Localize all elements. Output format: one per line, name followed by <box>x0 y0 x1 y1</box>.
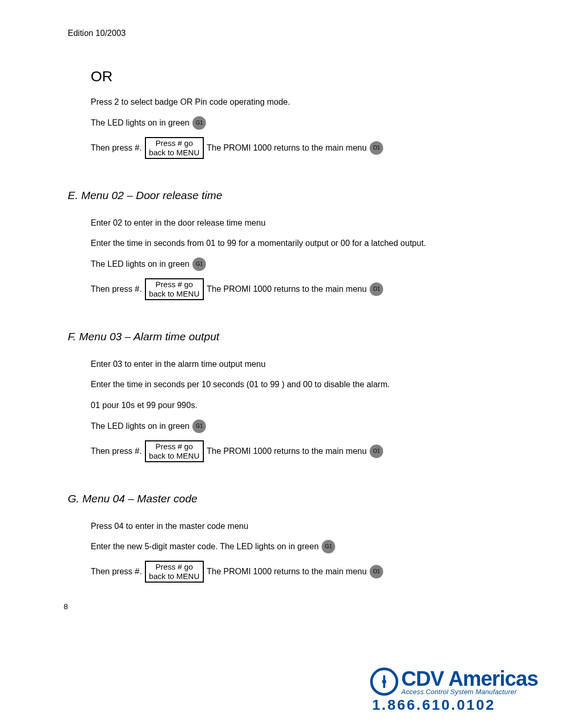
g1-badge-icon: G1 <box>192 419 206 433</box>
f-enter-time-text: Enter the time in seconds per 10 seconds… <box>91 378 390 391</box>
menu-box-line2: back to MENU <box>149 148 200 157</box>
logo-row: CDV Americas Access Control System Manuf… <box>370 668 538 696</box>
f-led-text: The LED lights on in green <box>91 419 189 433</box>
menu-box-line1: Press # go <box>155 442 193 451</box>
or-heading: OR <box>91 68 511 85</box>
g1-badge-icon: G1 <box>322 540 335 553</box>
section-f-title: F. Menu 03 – Alarm time output <box>68 330 511 343</box>
or-led-line: The LED lights on in green G1 <box>91 116 511 130</box>
f-return-text: The PROMI 1000 returns to the main menu <box>207 445 367 458</box>
or-thenpress-line: Then press #. Press # go back to MENU Th… <box>91 137 511 159</box>
f-thenpress-text: Then press #. <box>91 445 142 458</box>
menu-box-line1: Press # go <box>155 280 193 289</box>
section-e-body: Enter 02 to enter in the door release ti… <box>91 216 511 300</box>
svg-rect-2 <box>383 684 385 688</box>
menu-box: Press # go back to MENU <box>145 440 204 462</box>
edition-text: Edition 10/2003 <box>68 29 511 38</box>
logo-subtitle: Access Control System Manufacturer <box>401 688 538 696</box>
menu-box: Press # go back to MENU <box>145 278 204 300</box>
or-section-body: Press 2 to select badge OR Pin code oper… <box>91 95 511 159</box>
e-enter-time-text: Enter the time in seconds from 01 to 99 … <box>91 237 426 250</box>
document-page: Edition 10/2003 OR Press 2 to select bad… <box>0 0 563 583</box>
or-press2-line: Press 2 to select badge OR Pin code oper… <box>91 95 511 109</box>
logo-text-block: CDV Americas Access Control System Manuf… <box>401 668 538 696</box>
o1-badge-icon: O1 <box>370 445 383 458</box>
or-return-text: The PROMI 1000 returns to the main menu <box>207 141 367 155</box>
logo-svg-icon <box>377 674 391 689</box>
logo-name: CDV Americas <box>401 668 538 689</box>
f-pour-text: 01 pour 10s et 99 pour 990s. <box>91 399 198 412</box>
o1-badge-icon: O1 <box>370 565 383 578</box>
e-return-text: The PROMI 1000 returns to the main menu <box>207 282 367 296</box>
section-g-title: G. Menu 04 – Master code <box>68 492 511 505</box>
cdv-logo-icon <box>370 668 398 696</box>
menu-box-line2: back to MENU <box>149 451 200 461</box>
or-press2-text: Press 2 to select badge OR Pin code oper… <box>91 95 290 109</box>
section-e-title: E. Menu 02 – Door release time <box>68 189 511 202</box>
or-led-text: The LED lights on in green <box>91 116 189 130</box>
e-thenpress-text: Then press #. <box>91 282 142 296</box>
e-led-text: The LED lights on in green <box>91 257 189 271</box>
g-return-text: The PROMI 1000 returns to the main menu <box>207 565 367 578</box>
page-number: 8 <box>64 602 68 611</box>
g-press-text: Press 04 to enter in the master code men… <box>91 520 248 533</box>
logo-phone: 1.866.610.0102 <box>372 697 496 713</box>
menu-box-line2: back to MENU <box>149 289 200 299</box>
menu-box-line2: back to MENU <box>149 572 200 581</box>
e-enter-text: Enter 02 to enter in the door release ti… <box>91 216 265 230</box>
g1-badge-icon: G1 <box>192 257 206 271</box>
section-g-body: Press 04 to enter in the master code men… <box>91 520 511 583</box>
section-f-body: Enter 03 to enter in the alarm time outp… <box>91 357 511 462</box>
f-enter-text: Enter 03 to enter in the alarm time outp… <box>91 357 265 371</box>
svg-point-0 <box>382 680 386 684</box>
g-thenpress-text: Then press #. <box>91 565 142 578</box>
o1-badge-icon: O1 <box>370 141 383 155</box>
menu-box-line1: Press # go <box>155 139 193 148</box>
g1-badge-icon: G1 <box>192 116 206 130</box>
o1-badge-icon: O1 <box>370 282 383 296</box>
menu-box-line1: Press # go <box>155 562 193 572</box>
svg-rect-1 <box>383 675 385 680</box>
footer-logo: CDV Americas Access Control System Manuf… <box>370 668 538 713</box>
menu-box: Press # go back to MENU <box>145 561 204 583</box>
g-enter-new-text: Enter the new 5-digit master code. The L… <box>91 540 319 553</box>
menu-box: Press # go back to MENU <box>145 137 204 159</box>
or-thenpress-text: Then press #. <box>91 141 142 155</box>
